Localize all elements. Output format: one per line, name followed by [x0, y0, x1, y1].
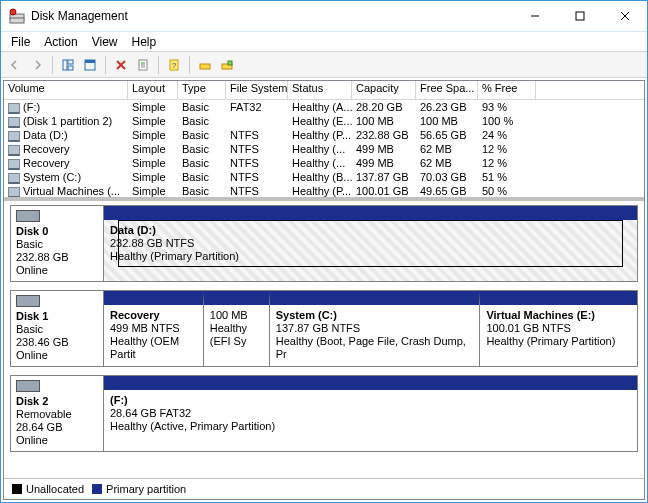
disk-row[interactable]: Disk 2Removable28.64 GBOnline(F:)28.64 G…	[10, 375, 638, 452]
menu-view[interactable]: View	[86, 34, 124, 50]
volume-list[interactable]: Volume Layout Type File System Status Ca…	[4, 81, 644, 201]
col-type[interactable]: Type	[178, 81, 226, 99]
disk-info[interactable]: Disk 0Basic232.88 GBOnline	[11, 206, 104, 281]
svg-rect-1	[10, 18, 24, 23]
window-title: Disk Management	[31, 9, 512, 23]
partition[interactable]: (F:)28.64 GB FAT32Healthy (Active, Prima…	[104, 376, 637, 451]
volume-row[interactable]: RecoverySimpleBasicNTFSHealthy (...499 M…	[4, 156, 644, 170]
forward-button[interactable]	[27, 55, 47, 75]
svg-rect-7	[63, 60, 67, 70]
partition-container: Data (D:)232.88 GB NTFSHealthy (Primary …	[104, 206, 637, 281]
col-layout[interactable]: Layout	[128, 81, 178, 99]
titlebar[interactable]: Disk Management	[1, 1, 647, 32]
svg-rect-9	[68, 66, 73, 70]
toolbar-separator	[52, 56, 53, 74]
volume-row[interactable]: (F:)SimpleBasicFAT32Healthy (A...28.20 G…	[4, 100, 644, 114]
disk-action-2-icon[interactable]	[217, 55, 237, 75]
volume-icon	[8, 103, 20, 114]
close-button[interactable]	[602, 1, 647, 31]
toolbar: ?	[1, 51, 647, 78]
disk-row[interactable]: Disk 1Basic238.46 GBOnlineRecovery499 MB…	[10, 290, 638, 367]
partition-container: Recovery499 MB NTFSHealthy (OEM Partit10…	[104, 291, 637, 366]
svg-rect-20	[200, 64, 210, 69]
toolbar-separator	[189, 56, 190, 74]
volume-icon	[8, 131, 20, 142]
app-icon	[9, 8, 25, 24]
partition[interactable]: System (C:)137.87 GB NTFSHealthy (Boot, …	[269, 291, 480, 366]
svg-rect-4	[576, 12, 584, 20]
toolbar-separator	[105, 56, 106, 74]
disk-info[interactable]: Disk 2Removable28.64 GBOnline	[11, 376, 104, 451]
volume-row[interactable]: Virtual Machines (...SimpleBasicNTFSHeal…	[4, 184, 644, 197]
disk-icon	[16, 295, 40, 307]
partition-container: (F:)28.64 GB FAT32Healthy (Active, Prima…	[104, 376, 637, 451]
menu-action[interactable]: Action	[38, 34, 83, 50]
disk-row[interactable]: Disk 0Basic232.88 GBOnlineData (D:)232.8…	[10, 205, 638, 282]
volume-row[interactable]: System (C:)SimpleBasicNTFSHealthy (B...1…	[4, 170, 644, 184]
volume-row[interactable]: (Disk 1 partition 2)SimpleBasicHealthy (…	[4, 114, 644, 128]
volume-list-header[interactable]: Volume Layout Type File System Status Ca…	[4, 81, 644, 100]
back-button[interactable]	[5, 55, 25, 75]
col-free[interactable]: Free Spa...	[416, 81, 478, 99]
svg-point-2	[10, 9, 16, 15]
properties-icon[interactable]	[133, 55, 153, 75]
volume-icon	[8, 187, 20, 197]
disk-icon	[16, 380, 40, 392]
partition[interactable]: Data (D:)232.88 GB NTFSHealthy (Primary …	[104, 206, 637, 281]
partition[interactable]: Recovery499 MB NTFSHealthy (OEM Partit	[104, 291, 203, 366]
volume-icon	[8, 173, 20, 184]
volume-icon	[8, 159, 20, 170]
partition[interactable]: Virtual Machines (E:)100.01 GB NTFSHealt…	[479, 291, 637, 366]
menubar: File Action View Help	[1, 32, 647, 51]
svg-rect-11	[85, 60, 95, 63]
delete-icon[interactable]	[111, 55, 131, 75]
content-area: Volume Layout Type File System Status Ca…	[3, 80, 645, 500]
window-controls	[512, 1, 647, 31]
legend: Unallocated Primary partition	[4, 478, 644, 499]
legend-unallocated: Unallocated	[12, 483, 84, 495]
disk-graphical-view[interactable]: Disk 0Basic232.88 GBOnlineData (D:)232.8…	[4, 201, 644, 478]
maximize-button[interactable]	[557, 1, 602, 31]
refresh-icon[interactable]	[80, 55, 100, 75]
legend-primary: Primary partition	[92, 483, 186, 495]
svg-rect-8	[68, 60, 73, 64]
disk-action-1-icon[interactable]	[195, 55, 215, 75]
volume-row[interactable]: Data (D:)SimpleBasicNTFSHealthy (P...232…	[4, 128, 644, 142]
partition[interactable]: 100 MBHealthy (EFI Sy	[203, 291, 269, 366]
volume-icon	[8, 117, 20, 128]
volume-icon	[8, 145, 20, 156]
volume-row[interactable]: RecoverySimpleBasicNTFSHealthy (...499 M…	[4, 142, 644, 156]
col-status[interactable]: Status	[288, 81, 352, 99]
disk-info[interactable]: Disk 1Basic238.46 GBOnline	[11, 291, 104, 366]
svg-text:?: ?	[172, 61, 177, 70]
toolbar-separator	[158, 56, 159, 74]
minimize-button[interactable]	[512, 1, 557, 31]
col-capacity[interactable]: Capacity	[352, 81, 416, 99]
disk-management-window: Disk Management File Action View Help ? …	[0, 0, 648, 503]
volume-list-body[interactable]: (F:)SimpleBasicFAT32Healthy (A...28.20 G…	[4, 100, 644, 197]
col-filesystem[interactable]: File System	[226, 81, 288, 99]
menu-file[interactable]: File	[5, 34, 36, 50]
disk-icon	[16, 210, 40, 222]
menu-help[interactable]: Help	[126, 34, 163, 50]
svg-rect-22	[228, 61, 232, 65]
col-pfree[interactable]: % Free	[478, 81, 536, 99]
view-layout-icon[interactable]	[58, 55, 78, 75]
col-volume[interactable]: Volume	[4, 81, 128, 99]
help-icon[interactable]: ?	[164, 55, 184, 75]
